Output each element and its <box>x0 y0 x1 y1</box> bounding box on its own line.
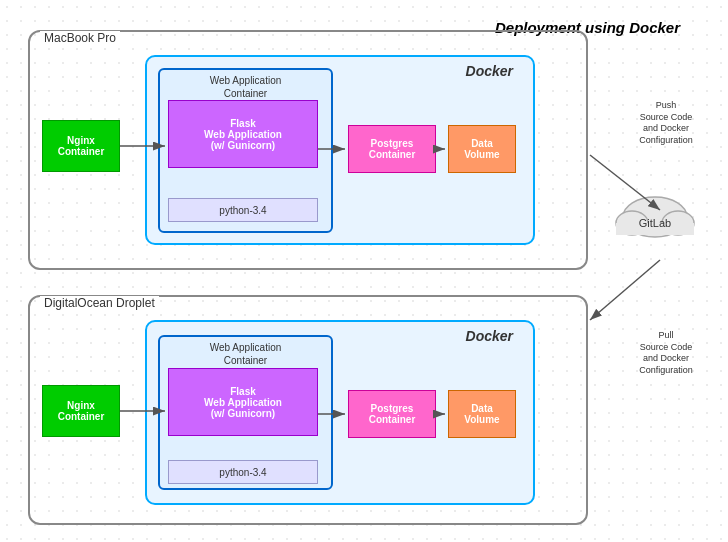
digitalocean-label: DigitalOcean Droplet <box>40 296 159 310</box>
webapp-container-label-bottom: Web Application Container <box>160 341 331 367</box>
python-label-bottom: python-3.4 <box>168 460 318 484</box>
main-container: Deployment using Docker MacBook Pro Dock… <box>0 0 728 542</box>
docker-label-top: Docker <box>466 63 513 79</box>
postgres-container-bottom: Postgres Container <box>348 390 436 438</box>
postgres-container-top: Postgres Container <box>348 125 436 173</box>
flask-container-top: Flask Web Application (w/ Gunicorn) <box>168 100 318 168</box>
webapp-container-label-top: Web Application Container <box>160 74 331 100</box>
flask-container-bottom: Flask Web Application (w/ Gunicorn) <box>168 368 318 436</box>
python-label-top: python-3.4 <box>168 198 318 222</box>
macbook-label: MacBook Pro <box>40 31 120 45</box>
datavolume-top: Data Volume <box>448 125 516 173</box>
svg-line-13 <box>590 260 660 320</box>
pull-text: Pull Source Code and Docker Configuratio… <box>626 330 706 377</box>
datavolume-bottom: Data Volume <box>448 390 516 438</box>
svg-text:GitLab: GitLab <box>639 217 671 229</box>
nginx-container-bottom: Nginx Container <box>42 385 120 437</box>
push-text: Push Source Code and Docker Configuratio… <box>626 100 706 147</box>
docker-label-bottom: Docker <box>466 328 513 344</box>
gitlab-cloud: GitLab <box>610 185 700 260</box>
nginx-container-top: Nginx Container <box>42 120 120 172</box>
